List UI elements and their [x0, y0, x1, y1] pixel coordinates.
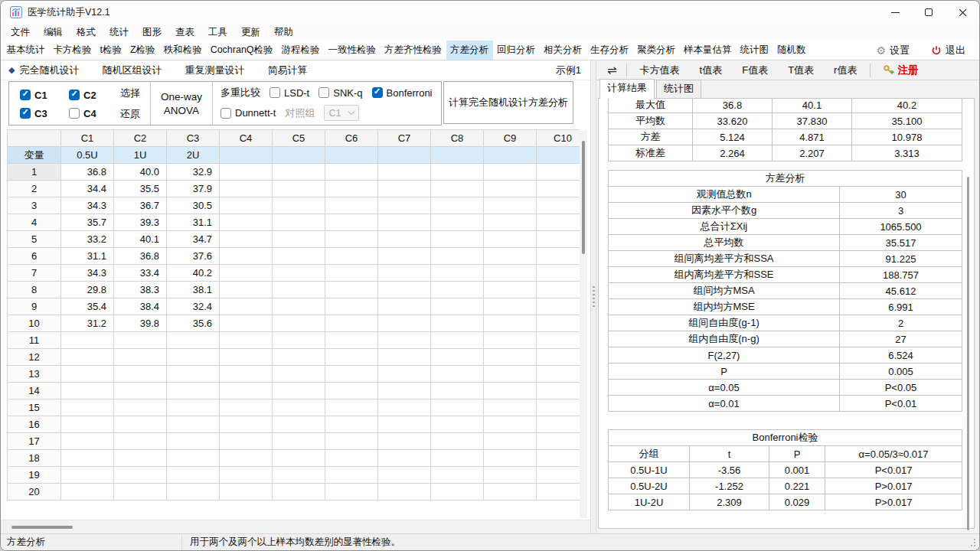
grid-cell[interactable]: [167, 416, 220, 433]
grid-cell[interactable]: [484, 332, 537, 349]
value-table-t-value-table[interactable]: t值表: [690, 64, 733, 77]
grid-cell[interactable]: [484, 450, 537, 467]
grid-cell[interactable]: [431, 231, 484, 248]
grid-cell[interactable]: [273, 332, 325, 349]
reset-button[interactable]: 还原: [120, 107, 140, 121]
grid-cell[interactable]: 34.4: [61, 181, 114, 197]
grid-cell[interactable]: [431, 433, 484, 450]
swap-panels-button[interactable]: ⇌: [601, 64, 623, 77]
grid-cell[interactable]: [378, 484, 431, 500]
row-header-19[interactable]: 19: [8, 467, 61, 484]
grid-cell[interactable]: 38.1: [167, 282, 220, 298]
grid-cell[interactable]: [537, 248, 580, 265]
row-header-14[interactable]: 14: [8, 383, 61, 399]
column-header-c10[interactable]: C10: [537, 130, 580, 147]
grid-cell[interactable]: [220, 399, 273, 416]
row-header-2[interactable]: 2: [8, 181, 61, 197]
grid-cell[interactable]: [378, 282, 431, 298]
main-tab-stat-chart[interactable]: 统计图: [736, 41, 773, 60]
row-header-5[interactable]: 5: [8, 231, 61, 248]
grid-cell[interactable]: [61, 383, 114, 399]
grid-cell[interactable]: [537, 265, 580, 282]
column-header-c1[interactable]: C1: [61, 130, 114, 147]
grid-cell[interactable]: [273, 484, 325, 500]
resize-grip-icon[interactable]: [967, 538, 976, 547]
grid-cell[interactable]: [378, 332, 431, 349]
grid-cell[interactable]: [61, 484, 114, 500]
main-tab-regression[interactable]: 回归分析: [493, 41, 540, 60]
grid-cell[interactable]: [431, 332, 484, 349]
grid-cell[interactable]: [273, 399, 325, 416]
main-tab-chi-square-test[interactable]: 卡方检验: [49, 41, 96, 60]
row-header-3[interactable]: 3: [8, 197, 61, 214]
grid-cell[interactable]: [484, 433, 537, 450]
grid-cell[interactable]: 38.4: [114, 298, 167, 315]
grid-corner-cell[interactable]: [8, 130, 61, 147]
grid-cell[interactable]: [61, 450, 114, 467]
grid-cell[interactable]: [484, 349, 537, 366]
grid-cell[interactable]: [61, 366, 114, 383]
grid-cell[interactable]: 39.8: [114, 315, 167, 332]
grid-cell[interactable]: [167, 484, 220, 500]
main-tab-survival[interactable]: 生存分析: [586, 41, 633, 60]
grid-cell[interactable]: [431, 349, 484, 366]
results-scrollbar-thumb[interactable]: [967, 177, 969, 530]
main-tab-consistency-test[interactable]: 一致性检验: [324, 41, 381, 60]
grid-cell[interactable]: [431, 484, 484, 500]
grid-cell[interactable]: [431, 282, 484, 298]
grid-cell[interactable]: 34.7: [167, 231, 220, 248]
grid-cell[interactable]: [325, 164, 378, 181]
grid-cell[interactable]: [431, 315, 484, 332]
grid-cell[interactable]: [220, 315, 273, 332]
grid-cell[interactable]: [484, 315, 537, 332]
grid-cell[interactable]: 31.1: [61, 248, 114, 265]
grid-cell[interactable]: [484, 181, 537, 197]
menu-item-lookup[interactable]: 查表: [168, 26, 201, 39]
grid-cell[interactable]: [484, 231, 537, 248]
grid-cell[interactable]: [325, 197, 378, 214]
row-header-16[interactable]: 16: [8, 416, 61, 433]
grid-cell[interactable]: [273, 450, 325, 467]
grid-cell[interactable]: [484, 484, 537, 500]
row-header-6[interactable]: 6: [8, 248, 61, 265]
grid-cell[interactable]: [114, 467, 167, 484]
grid-cell[interactable]: [273, 315, 325, 332]
grid-cell[interactable]: [325, 231, 378, 248]
grid-cell[interactable]: 31.1: [167, 214, 220, 231]
main-tab-cluster[interactable]: 聚类分析: [633, 41, 680, 60]
row-header-4[interactable]: 4: [8, 214, 61, 231]
grid-cell[interactable]: [273, 349, 325, 366]
grid-cell[interactable]: [273, 164, 325, 181]
compute-anova-button[interactable]: 计算完全随机设计方差分析: [443, 81, 573, 124]
main-tab-basic-stats[interactable]: 基本统计: [2, 41, 49, 60]
grid-cell[interactable]: [325, 433, 378, 450]
grid-cell[interactable]: [431, 164, 484, 181]
column-header-c9[interactable]: C9: [484, 130, 537, 147]
grid-cell[interactable]: 36.7: [114, 197, 167, 214]
column-checkbox-c1[interactable]: C1: [20, 90, 69, 101]
grid-cell[interactable]: [273, 248, 325, 265]
grid-vertical-scrollbar[interactable]: [580, 130, 587, 518]
grid-cell[interactable]: 39.3: [114, 214, 167, 231]
menu-item-tools[interactable]: 工具: [201, 26, 234, 39]
grid-cell[interactable]: [537, 332, 580, 349]
grid-hscroll-thumb[interactable]: [11, 526, 73, 529]
grid-cell[interactable]: 38.3: [114, 282, 167, 298]
grid-cell[interactable]: [325, 214, 378, 231]
grid-cell[interactable]: 40.0: [114, 164, 167, 181]
grid-cell[interactable]: [220, 433, 273, 450]
grid-cell[interactable]: [431, 214, 484, 231]
grid-cell[interactable]: [220, 147, 273, 164]
grid-cell[interactable]: [61, 349, 114, 366]
grid-cell[interactable]: [325, 282, 378, 298]
grid-cell[interactable]: [167, 467, 220, 484]
grid-horizontal-scrollbar[interactable]: [1, 520, 590, 533]
result-tab-calc-result[interactable]: 计算结果: [599, 79, 655, 99]
grid-cell[interactable]: [537, 399, 580, 416]
grid-vscroll-thumb[interactable]: [582, 141, 585, 254]
grid-cell[interactable]: 30.5: [167, 197, 220, 214]
main-tab-sample-size[interactable]: 样本量估算: [680, 41, 737, 60]
grid-cell[interactable]: [114, 484, 167, 500]
grid-cell[interactable]: [61, 399, 114, 416]
column-header-c6[interactable]: C6: [325, 130, 378, 147]
